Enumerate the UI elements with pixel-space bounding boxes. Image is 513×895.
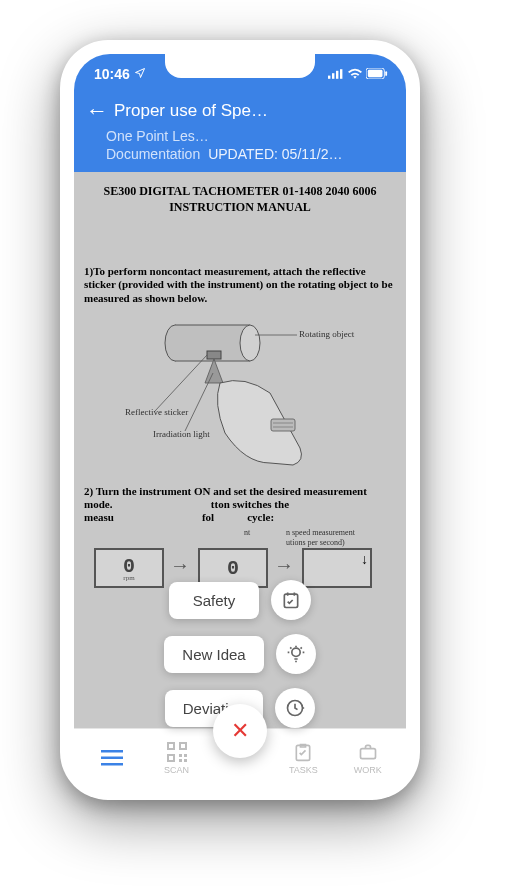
svg-rect-1 bbox=[332, 73, 334, 79]
svg-rect-21 bbox=[101, 756, 123, 759]
svg-rect-14 bbox=[271, 419, 295, 431]
qrcode-icon bbox=[166, 741, 188, 763]
svg-rect-6 bbox=[385, 71, 387, 76]
hamburger-icon bbox=[101, 747, 123, 769]
svg-rect-31 bbox=[181, 744, 185, 748]
svg-rect-28 bbox=[179, 759, 182, 762]
nav-menu[interactable] bbox=[84, 747, 140, 769]
doc-step2: 2) Turn the instrument ON and set the de… bbox=[84, 485, 396, 525]
svg-rect-2 bbox=[336, 71, 338, 79]
svg-point-9 bbox=[240, 325, 260, 361]
arrow-down-icon: ↓ bbox=[361, 552, 368, 568]
checklist-icon bbox=[292, 741, 314, 763]
arrow-right-icon: → bbox=[274, 554, 294, 577]
svg-rect-32 bbox=[169, 756, 173, 760]
doc-step1: 1)To perform noncontact measurement, att… bbox=[84, 265, 396, 305]
doc-title-line2: INSTRUCTION MANUAL bbox=[84, 200, 396, 216]
svg-rect-20 bbox=[101, 750, 123, 753]
wifi-icon bbox=[348, 66, 362, 82]
safety-icon-button[interactable] bbox=[271, 580, 311, 620]
phone-screen: 10:46 ← Proper use of Spe… bbox=[74, 54, 406, 786]
sub-header: One Point Les… Documentation UPDATED: 05… bbox=[74, 126, 406, 172]
svg-point-18 bbox=[292, 648, 300, 656]
label-rotating: Rotating object bbox=[299, 329, 354, 339]
nav-scan-label: SCAN bbox=[164, 765, 189, 775]
breadcrumb-line1: One Point Les… bbox=[106, 128, 394, 144]
safety-chip[interactable]: Safety bbox=[169, 582, 259, 619]
idea-icon-button[interactable] bbox=[276, 634, 316, 674]
location-icon bbox=[134, 66, 146, 82]
svg-rect-34 bbox=[360, 748, 375, 758]
doc-title-line1: SE300 DIGITAL TACHOMETER 01-1408 2040 60… bbox=[84, 184, 396, 200]
signal-icon bbox=[328, 66, 344, 82]
new-idea-chip[interactable]: New Idea bbox=[164, 636, 263, 673]
page-title: Proper use of Spe… bbox=[114, 101, 268, 121]
svg-rect-30 bbox=[169, 744, 173, 748]
mode-display-2: 0 bbox=[227, 557, 239, 580]
nav-work-label: WORK bbox=[354, 765, 382, 775]
doc-title: SE300 DIGITAL TACHOMETER 01-1408 2040 60… bbox=[84, 184, 396, 215]
arrow-right-icon: → bbox=[170, 554, 190, 577]
svg-rect-3 bbox=[340, 69, 342, 79]
label-irradiation: Irradiation light bbox=[153, 429, 210, 439]
nav-tasks-label: TASKS bbox=[289, 765, 318, 775]
briefcase-icon bbox=[357, 741, 379, 763]
phone-frame: 10:46 ← Proper use of Spe… bbox=[60, 40, 420, 800]
updated-label: UPDATED: 05/11/2… bbox=[208, 146, 342, 162]
breadcrumb-line2: Documentation bbox=[106, 146, 200, 162]
svg-line-13 bbox=[185, 373, 213, 431]
deviation-icon-button[interactable] bbox=[275, 688, 315, 728]
status-time: 10:46 bbox=[94, 66, 130, 82]
label-reflective: Reflective sticker bbox=[125, 407, 188, 417]
nav-work[interactable]: WORK bbox=[340, 741, 396, 775]
svg-rect-26 bbox=[179, 754, 182, 757]
svg-rect-27 bbox=[184, 754, 187, 757]
phone-notch bbox=[165, 54, 315, 78]
svg-line-12 bbox=[155, 355, 207, 411]
app-header: ← Proper use of Spe… bbox=[74, 94, 406, 126]
nav-tasks[interactable]: TASKS bbox=[275, 741, 331, 775]
svg-rect-5 bbox=[368, 70, 383, 77]
svg-rect-0 bbox=[328, 76, 330, 79]
tachometer-diagram: Rotating object Reflective sticker Irrad… bbox=[125, 313, 355, 473]
fab-close-button[interactable]: ✕ bbox=[213, 704, 267, 758]
back-icon[interactable]: ← bbox=[86, 100, 108, 122]
svg-rect-22 bbox=[101, 763, 123, 766]
svg-rect-10 bbox=[207, 351, 221, 359]
svg-rect-29 bbox=[184, 759, 187, 762]
close-icon: ✕ bbox=[231, 718, 249, 744]
nav-scan[interactable]: SCAN bbox=[149, 741, 205, 775]
battery-icon bbox=[366, 66, 388, 82]
